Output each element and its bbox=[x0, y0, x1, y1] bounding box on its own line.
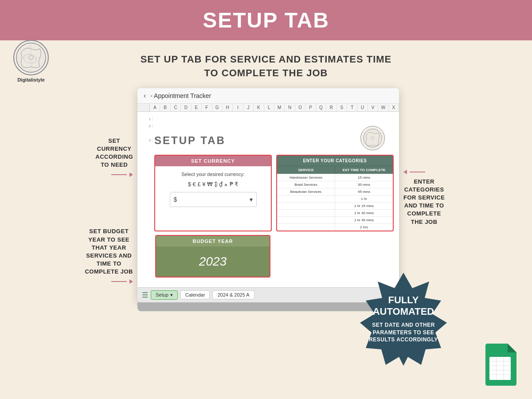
cat-service-8 bbox=[277, 224, 335, 231]
hamburger-icon: ☰ bbox=[142, 291, 148, 299]
categories-arrow-head bbox=[403, 168, 407, 176]
budget-annotation: SET BUDGET YEAR TO SEE THAT YEAR SERVICE… bbox=[85, 227, 133, 276]
logo-topleft: Digitalistyle bbox=[13, 40, 49, 82]
currency-dropdown[interactable]: $ ▾ bbox=[170, 192, 257, 207]
col-r: R bbox=[326, 104, 336, 111]
col-x: X bbox=[389, 104, 399, 111]
right-annotations: ENTER CATEGORIES FOR SERVICE AND TIME TO… bbox=[403, 88, 479, 226]
cat-row-1: Hairdresser Services 15 mins bbox=[277, 174, 393, 181]
cat-time-6: 1 hr 30 mins bbox=[335, 210, 393, 216]
ss-logo-svg bbox=[363, 128, 383, 148]
col-c: C bbox=[171, 104, 181, 111]
cat-service-1: Hairdresser Services bbox=[277, 174, 335, 181]
cat-col2-header: EST TIME TO COMPLETE bbox=[335, 166, 393, 174]
col-i: I bbox=[233, 104, 243, 111]
categories-box: ENTER YOUR CATEGORIES SERVICE EST TIME T… bbox=[276, 155, 394, 231]
cat-service-3: Beautician Services bbox=[277, 188, 335, 195]
subtitle-line2: TO COMPLETE THE JOB bbox=[0, 66, 532, 80]
tab-setup[interactable]: Setup ▾ bbox=[151, 290, 178, 300]
back-icon: ‹ bbox=[144, 92, 146, 100]
col-n: N bbox=[285, 104, 295, 111]
starburst-automated: AUTOMATED bbox=[364, 306, 443, 318]
starburst-fully: FULLY bbox=[364, 294, 443, 306]
currency-arrow-line bbox=[111, 174, 127, 175]
cat-row-4: 1 hr bbox=[277, 195, 393, 202]
starburst-desc: SET DATE AND OTHER PARAMETERS TO SEE RES… bbox=[364, 321, 443, 344]
header-section: SETUP TAB bbox=[0, 0, 532, 40]
tab-setup-label: Setup bbox=[156, 292, 168, 297]
categories-arrow bbox=[403, 168, 425, 176]
cat-time-7: 1 hr 45 mins bbox=[335, 217, 393, 223]
col-j: J bbox=[243, 104, 254, 111]
logo-name: Digitalistyle bbox=[17, 77, 45, 82]
cat-col1-header: SERVICE bbox=[277, 166, 335, 174]
col-headers: A B C D E F G H I J K L M N O P Q R S T bbox=[137, 104, 399, 112]
spreadsheet-body: 1 2 3 SETUP TAB bbox=[137, 112, 399, 287]
spreadsheet-topbar: ‹ - Appointment Tracker bbox=[137, 88, 399, 104]
left-annotations: SET CURRENCY ACCORDING TO NEED SET BUDGE… bbox=[53, 88, 133, 286]
row-2: 2 bbox=[143, 123, 394, 129]
col-h: H bbox=[223, 104, 233, 111]
subtitle-line1: SET UP TAB FOR SERVICE AND ESTIMATES TIM… bbox=[0, 53, 532, 66]
col-s: S bbox=[337, 104, 347, 111]
cat-row-8: 2 hrs bbox=[277, 223, 393, 231]
starburst-container: FULLY AUTOMATED SET DATE AND OTHER PARAM… bbox=[346, 270, 461, 368]
col-l: L bbox=[264, 104, 274, 111]
cat-row-2: Braid Services 30 mins bbox=[277, 181, 393, 188]
logo-circle bbox=[13, 40, 49, 75]
col-m: M bbox=[274, 104, 285, 111]
starburst-text: FULLY AUTOMATED SET DATE AND OTHER PARAM… bbox=[364, 294, 443, 344]
budget-body: 2023 bbox=[156, 246, 270, 277]
cat-time-1: 15 mins bbox=[335, 174, 393, 181]
tab-calendar[interactable]: Calendar bbox=[180, 290, 210, 299]
svg-rect-9 bbox=[489, 357, 511, 380]
col-o: O bbox=[295, 104, 305, 111]
tab-2024-label: 2024 & 2025 A bbox=[217, 292, 249, 297]
cat-service-2: Braid Services bbox=[277, 181, 335, 188]
categories-subheader: SERVICE EST TIME TO COMPLETE bbox=[277, 166, 393, 174]
ss-logo bbox=[360, 126, 385, 150]
col-w: W bbox=[378, 104, 388, 111]
budget-arrow-line bbox=[111, 281, 127, 282]
col-v: V bbox=[368, 104, 378, 111]
cat-service-6 bbox=[277, 210, 335, 216]
currency-label: Select your desired currency: bbox=[159, 171, 267, 179]
cat-time-3: 45 mins bbox=[335, 188, 393, 195]
cat-time-2: 30 mins bbox=[335, 181, 393, 188]
currency-box: SET CURRENCY Select your desired currenc… bbox=[154, 155, 272, 231]
budget-arrow-head bbox=[129, 278, 133, 286]
starburst: FULLY AUTOMATED SET DATE AND OTHER PARAM… bbox=[350, 270, 457, 368]
categories-arrow-line bbox=[410, 172, 425, 172]
google-sheets-svg bbox=[483, 344, 519, 386]
currency-arrow bbox=[111, 171, 133, 179]
subtitle-area: SET UP TAB FOR SERVICE AND ESTIMATES TIM… bbox=[0, 53, 532, 80]
budget-header: BUDGET YEAR bbox=[156, 236, 270, 246]
cat-service-5 bbox=[277, 203, 335, 209]
cat-time-8: 2 hrs bbox=[335, 224, 393, 231]
currency-arrow-head bbox=[129, 171, 133, 179]
currency-header: SET CURRENCY bbox=[155, 156, 271, 166]
dropdown-arrow: ▾ bbox=[250, 195, 253, 204]
col-d: D bbox=[181, 104, 191, 111]
currency-annotation: SET CURRENCY ACCORDING TO NEED bbox=[95, 137, 133, 169]
sheets-icon bbox=[483, 344, 519, 386]
col-g: G bbox=[212, 104, 223, 111]
budget-box: BUDGET YEAR 2023 bbox=[155, 235, 270, 278]
currency-body: Select your desired currency: $ € £ ¥ ₩ … bbox=[155, 166, 271, 215]
col-q: Q bbox=[316, 104, 326, 111]
col-t: T bbox=[347, 104, 357, 111]
ss-internal-title: SETUP TAB bbox=[154, 131, 226, 149]
col-a: A bbox=[150, 104, 160, 111]
logo-image bbox=[16, 42, 47, 73]
tab-2024[interactable]: 2024 & 2025 A bbox=[212, 290, 254, 299]
main-title: SETUP TAB bbox=[0, 8, 532, 32]
spreadsheet-title: - Appointment Tracker bbox=[150, 92, 211, 99]
col-f: F bbox=[202, 104, 212, 111]
col-p: P bbox=[305, 104, 316, 111]
categories-header: ENTER YOUR CATEGORIES bbox=[277, 156, 393, 166]
cat-time-4: 1 hr bbox=[335, 196, 393, 202]
row-num-header bbox=[137, 104, 150, 111]
cat-row-5: 1 hr 15 mins bbox=[277, 202, 393, 209]
col-u: U bbox=[357, 104, 368, 111]
col-k: K bbox=[254, 104, 264, 111]
